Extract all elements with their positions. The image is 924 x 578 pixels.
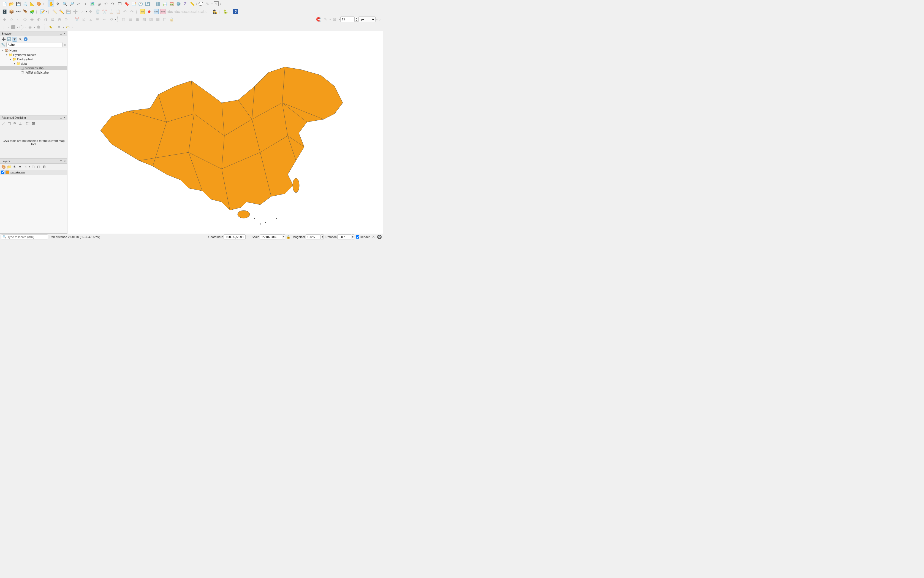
open-attribute-table-button[interactable]: 📊 <box>161 0 168 7</box>
new-print-layout-button[interactable]: 🗒️ <box>22 0 28 7</box>
open-project-button[interactable]: 📂 <box>8 0 15 7</box>
label-abc-yellow-button[interactable]: abc <box>139 8 146 15</box>
tree-row[interactable]: ▾🏠Home <box>0 48 67 53</box>
pan-to-selection-button[interactable]: ✥ <box>55 0 61 7</box>
pan-map-button[interactable]: ✋ <box>48 0 54 7</box>
new-virtual-layer-button[interactable]: 🧩 <box>29 8 35 15</box>
scale-input[interactable] <box>260 234 282 239</box>
undock-icon[interactable]: ◫ <box>59 32 63 36</box>
expand-all-icon[interactable]: ⊞ <box>31 164 36 169</box>
snapping-unit-combo[interactable]: px <box>358 16 375 22</box>
lock-scale-icon[interactable]: 🔒 <box>286 235 291 239</box>
browser-tree[interactable]: ▾🏠Home▾📁PycharmProjects▾📁CartopyTest▾📁da… <box>0 48 67 115</box>
data-source-manager-button[interactable]: 🗄️ <box>1 8 8 15</box>
new-geopackage-button[interactable]: 📦 <box>8 8 15 15</box>
zoom-last-button[interactable]: ↶ <box>103 0 109 7</box>
tree-row[interactable]: ⬚provinces.shp <box>0 66 67 70</box>
filter-wrench-icon[interactable]: 🔧 <box>1 43 5 47</box>
refresh-icon[interactable]: 🔄 <box>6 37 11 42</box>
filter-icon[interactable]: ▼ <box>12 37 17 42</box>
remove-layer-icon[interactable]: 🗑 <box>42 164 47 169</box>
toolbar-overflow-icon[interactable]: › <box>378 17 382 21</box>
dropdown-arrow-icon[interactable]: ▾ <box>63 26 64 28</box>
refresh-button[interactable]: 🔄 <box>144 0 150 7</box>
clear-filter-icon[interactable]: ⊗ <box>64 43 66 47</box>
python-console-button[interactable]: 🐍 <box>222 8 228 15</box>
identify-features-button[interactable]: ℹ️ <box>154 0 161 7</box>
deselect-all-button[interactable]: ▭ <box>65 24 71 30</box>
new-bookmark-button[interactable]: 🔖 <box>123 0 130 7</box>
dropdown-arrow-icon[interactable]: ▾ <box>220 3 221 5</box>
zoom-to-selection-button[interactable]: ⌖ <box>82 0 89 7</box>
close-icon[interactable]: ✕ <box>63 32 66 36</box>
text-annotation-button[interactable]: T <box>213 0 219 7</box>
undock-icon[interactable]: ◫ <box>59 116 63 120</box>
select-features-button[interactable]: ⬉ <box>47 24 54 30</box>
layers-list[interactable]: provinces <box>0 170 67 233</box>
zoom-native-button[interactable]: ◎ <box>96 0 102 7</box>
label-abc-pink-button[interactable]: abc <box>160 8 166 15</box>
zoom-full-button[interactable]: ⤢ <box>75 0 82 7</box>
statistics-button[interactable]: Σ <box>182 0 189 7</box>
close-icon[interactable]: ✕ <box>63 116 66 120</box>
snapping-tolerance-spinner[interactable]: ▲▼ <box>355 17 358 22</box>
dropdown-arrow-icon[interactable]: ▾ <box>71 26 73 28</box>
tree-toggle-icon[interactable]: ▾ <box>9 58 12 61</box>
properties-icon[interactable]: i <box>23 37 28 42</box>
dropdown-arrow-icon[interactable]: ▾ <box>29 166 30 168</box>
zoom-out-button[interactable]: 🔎 <box>68 0 75 7</box>
layer-visibility-checkbox[interactable] <box>1 170 5 174</box>
magnifier-spinner[interactable]: ▲▼ <box>321 234 324 239</box>
coordinate-input[interactable] <box>223 234 246 239</box>
tree-row[interactable]: ▾📁data <box>0 62 67 66</box>
crs-status-icon[interactable]: ✕ <box>371 235 375 239</box>
locator-box[interactable]: 🔍 <box>1 234 48 239</box>
dropdown-arrow-icon[interactable]: ▾ <box>196 3 197 5</box>
manage-visibility-icon[interactable]: 👁 <box>12 164 17 169</box>
add-group-icon[interactable]: 📁 <box>6 164 11 169</box>
new-memory-layer-button[interactable]: 📝 <box>39 8 46 15</box>
dropdown-arrow-icon[interactable]: ▾ <box>43 3 44 5</box>
save-project-button[interactable]: 💾 <box>15 0 21 7</box>
tree-toggle-icon[interactable]: ▾ <box>13 62 16 65</box>
layer-row[interactable]: provinces <box>0 170 67 175</box>
zoom-next-button[interactable]: ↷ <box>110 0 116 7</box>
collapse-all-icon[interactable]: ⇱ <box>18 37 23 42</box>
tree-toggle-icon[interactable]: ▾ <box>1 49 5 52</box>
close-icon[interactable]: ✕ <box>63 159 66 163</box>
metasearch-button[interactable]: 🕵️ <box>212 8 218 15</box>
map-canvas[interactable] <box>68 31 383 234</box>
add-layer-icon[interactable]: ➕ <box>1 37 6 42</box>
zoom-to-layer-button[interactable]: 🗺️ <box>89 0 95 7</box>
tree-row[interactable]: ⬚内蒙古自治区.shp <box>0 70 67 75</box>
label-abc-red-button[interactable]: 🔴 <box>146 8 152 15</box>
scale-dropdown-icon[interactable]: ▼ <box>283 234 285 239</box>
select-by-expression-button[interactable]: ≡ <box>56 24 63 30</box>
undock-icon[interactable]: ◫ <box>59 159 63 163</box>
field-calculator-button[interactable]: 🧮 <box>168 0 175 7</box>
new-map-view-button[interactable]: 🗔 <box>117 0 123 7</box>
toggle-extents-icon[interactable]: ⊞ <box>246 235 250 239</box>
dropdown-arrow-icon[interactable]: ▾ <box>55 26 56 28</box>
layer-styling-icon[interactable]: 🎨 <box>1 164 6 169</box>
show-bookmarks-button[interactable]: 📑 <box>130 0 137 7</box>
new-shapefile-button[interactable]: 〰️ <box>15 8 21 15</box>
tree-toggle-icon[interactable]: ▾ <box>5 54 8 56</box>
collapse-all-icon[interactable]: ⊟ <box>36 164 41 169</box>
temporal-controller-button[interactable]: 🕑 <box>137 0 144 7</box>
toggle-editing-button[interactable]: ✏️ <box>58 8 65 15</box>
new-spatialite-button[interactable]: 🪶 <box>22 8 28 15</box>
snapping-tolerance-input[interactable] <box>340 16 354 22</box>
magnifier-input[interactable] <box>306 234 320 239</box>
render-checkbox[interactable] <box>356 235 359 239</box>
help-button[interactable]: ? <box>232 8 239 15</box>
tree-row[interactable]: ▾📁CartopyTest <box>0 57 67 62</box>
browser-filter-input[interactable] <box>6 42 63 47</box>
locator-input[interactable] <box>7 235 47 239</box>
label-abc-blue-button[interactable]: abc <box>153 8 159 15</box>
rotation-input[interactable] <box>337 234 351 239</box>
rotation-spinner[interactable]: ▲▼ <box>351 234 354 239</box>
style-manager-button[interactable]: 🎨 <box>36 0 42 7</box>
snapping-magnet-button[interactable]: 🧲 <box>315 16 322 23</box>
tree-row[interactable]: ▾📁PycharmProjects <box>0 53 67 57</box>
